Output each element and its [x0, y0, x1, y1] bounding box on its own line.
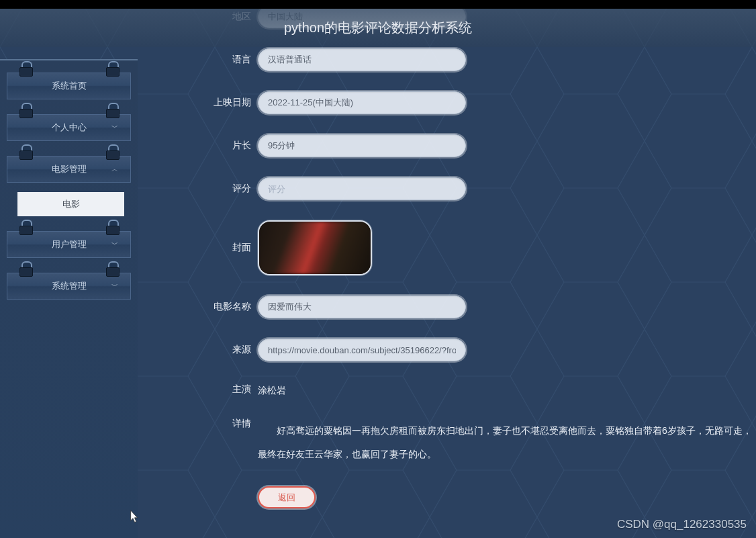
back-button[interactable]: 返回: [258, 486, 316, 508]
detail-value: 好高骛远的粟铭因一再拖欠房租而被房东扫地出门，妻子也不堪忍受离他而去，粟铭独自带…: [258, 418, 755, 466]
language-label: 语言: [179, 54, 258, 66]
window-topbar: [0, 0, 756, 9]
clip-icon: [19, 144, 32, 159]
language-input[interactable]: [258, 48, 466, 71]
sidebar-item-user-manage[interactable]: 用户管理 ﹀: [7, 231, 131, 258]
source-label: 来源: [179, 344, 258, 356]
clip-icon: [19, 103, 32, 118]
movie-name-label: 电影名称: [179, 301, 258, 313]
sidebar-item-label: 系统首页: [52, 80, 87, 92]
chevron-down-icon: ﹀: [111, 123, 118, 132]
chevron-down-icon: ﹀: [111, 281, 118, 291]
rating-label: 评分: [179, 183, 258, 195]
sidebar-item-home[interactable]: 系统首页: [7, 73, 131, 99]
source-input[interactable]: [258, 339, 466, 361]
clip-icon: [19, 61, 32, 76]
page-header: python的电影评论数据分析系统: [0, 9, 756, 47]
sidebar-item-label: 电影管理: [52, 163, 87, 175]
sidebar-item-system-manage[interactable]: 系统管理 ﹀: [7, 273, 131, 300]
duration-input[interactable]: [258, 134, 466, 157]
clip-icon: [106, 261, 118, 276]
sidebar: 系统首页 个人中心 ﹀ 电影管理 ︿ 电影 用户管理 ﹀ 系统管理 ﹀: [0, 59, 138, 538]
cover-label: 封面: [179, 242, 258, 254]
clip-icon: [106, 103, 118, 118]
sidebar-item-label: 个人中心: [52, 122, 87, 134]
cover-image[interactable]: [258, 220, 372, 275]
cast-value: 涂松岩: [258, 382, 286, 398]
detail-label: 详情: [179, 418, 258, 430]
chevron-up-icon: ︿: [111, 165, 118, 174]
page-title: python的电影评论数据分析系统: [284, 19, 472, 37]
clip-icon: [106, 144, 118, 159]
sidebar-item-label: 用户管理: [52, 238, 87, 251]
duration-label: 片长: [179, 140, 258, 152]
sidebar-subitem-movie[interactable]: 电影: [17, 192, 124, 216]
sidebar-item-label: 系统管理: [52, 280, 87, 292]
chevron-down-icon: ﹀: [111, 240, 118, 249]
watermark: CSDN @qq_1262330535: [617, 518, 747, 531]
clip-icon: [106, 61, 118, 76]
cursor-icon: [126, 509, 140, 525]
sidebar-subitem-label: 电影: [62, 198, 80, 210]
sidebar-item-movie-manage[interactable]: 电影管理 ︿: [7, 156, 131, 183]
cast-label: 主演: [179, 384, 258, 396]
clip-icon: [19, 220, 32, 234]
form-content: 地区 语言 上映日期 片长 评分 封面 电影名称 来源 主演 涂松岩 详情 好高…: [179, 0, 756, 508]
movie-name-input[interactable]: [258, 296, 466, 318]
sidebar-item-profile[interactable]: 个人中心 ﹀: [7, 114, 131, 141]
rating-input[interactable]: [258, 177, 466, 200]
release-date-input[interactable]: [258, 91, 466, 114]
release-date-label: 上映日期: [179, 97, 258, 109]
clip-icon: [106, 220, 118, 234]
clip-icon: [19, 261, 32, 276]
